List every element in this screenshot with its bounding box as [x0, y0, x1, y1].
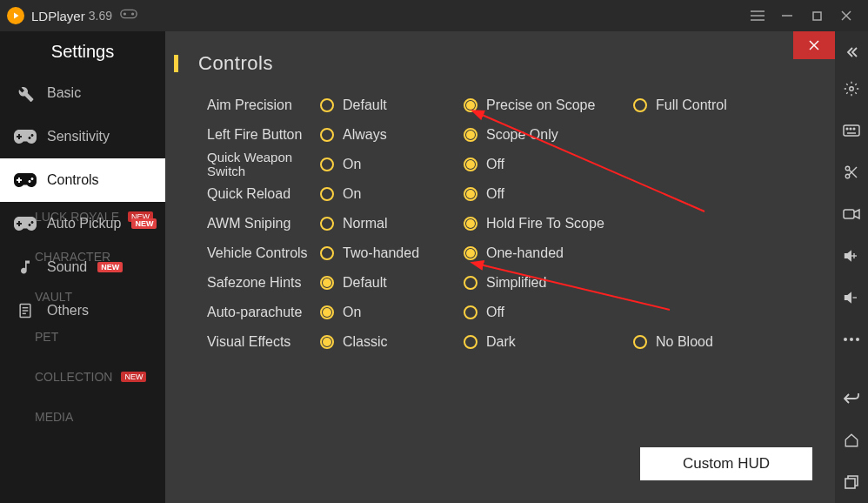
radio-icon — [320, 187, 334, 201]
titlebar: LDPlayer 3.69 — [0, 0, 868, 31]
accent-bar-icon — [174, 55, 178, 72]
radio-label: Simplified — [486, 275, 546, 291]
option-label: Aim Precision — [207, 97, 320, 113]
option-label: Visual Effects — [207, 334, 320, 350]
radio-option[interactable]: Two-handed — [320, 245, 464, 261]
radio-option[interactable]: On — [320, 305, 464, 320]
svg-point-2 — [132, 13, 134, 15]
radio-icon — [464, 335, 477, 349]
app-name: LDPlayer — [31, 9, 85, 23]
option-label: Safezone Hints — [207, 275, 320, 291]
sidebar-item-label: Sensitivity — [47, 129, 110, 144]
radio-option[interactable]: No Blood — [633, 334, 764, 350]
radio-option[interactable]: Off — [464, 186, 633, 202]
more-button[interactable] — [835, 319, 868, 360]
radio-option[interactable]: Hold Fire To Scope — [464, 216, 633, 231]
radio-option[interactable]: Simplified — [464, 275, 633, 291]
radio-icon — [320, 98, 334, 112]
radio-group: ClassicDarkNo Blood — [320, 334, 800, 350]
back-button[interactable] — [835, 378, 868, 419]
sidebar-item-sensitivity[interactable]: Sensitivity — [0, 115, 165, 158]
radio-icon — [320, 276, 334, 290]
option-label: Quick Weapon Switch — [207, 151, 320, 179]
svg-point-22 — [853, 128, 855, 130]
sidebar-item-basic[interactable]: Basic — [0, 71, 165, 115]
radio-group: DefaultSimplified — [320, 275, 800, 291]
bg-item: COLLECTIONNEW — [0, 357, 165, 397]
radio-option[interactable]: Always — [320, 127, 464, 143]
gamepad-icon — [14, 171, 37, 189]
option-label: AWM Sniping — [207, 216, 320, 231]
custom-hud-button[interactable]: Custom HUD — [640, 447, 812, 480]
radio-label: No Blood — [656, 334, 713, 350]
radio-label: Off — [486, 186, 504, 202]
section-title: Controls — [165, 31, 835, 91]
radio-label: Normal — [343, 216, 388, 231]
gamepad-icon — [119, 8, 138, 23]
radio-label: Scope Only — [486, 127, 558, 143]
radio-option[interactable]: Classic — [320, 334, 464, 350]
option-row: AWM SnipingNormalHold Fire To Scope — [207, 209, 800, 238]
radio-icon — [633, 98, 647, 112]
radio-option[interactable]: On — [320, 186, 464, 202]
gamepad-icon — [14, 215, 37, 232]
svg-point-33 — [850, 338, 853, 341]
gamepad-icon — [14, 128, 37, 145]
app-version: 3.69 — [89, 9, 112, 23]
keyboard-button[interactable] — [835, 110, 868, 151]
svg-point-20 — [846, 128, 848, 130]
radio-option[interactable]: Scope Only — [464, 127, 633, 143]
options-list: Aim PrecisionDefaultPrecise on ScopeFull… — [165, 91, 835, 357]
sidebar-item-label: Controls — [47, 172, 99, 188]
radio-group: OnOff — [320, 305, 800, 320]
radio-group: OnOff — [320, 186, 800, 202]
radio-label: On — [343, 157, 361, 172]
minimize-button[interactable] — [772, 0, 802, 31]
radio-label: On — [343, 186, 361, 202]
radio-option[interactable]: One-handed — [464, 245, 633, 261]
scissors-button[interactable] — [835, 151, 868, 193]
new-badge: NEW — [131, 218, 157, 229]
record-button[interactable] — [835, 193, 868, 235]
radio-icon — [320, 128, 334, 142]
radio-label: On — [343, 305, 361, 320]
radio-option[interactable]: Default — [320, 97, 464, 113]
option-label: Left Fire Button — [207, 127, 320, 143]
sidebar-item-auto-pickup[interactable]: Auto PickupNEW — [0, 202, 165, 245]
svg-rect-7 — [813, 12, 821, 20]
maximize-button[interactable] — [802, 0, 831, 31]
sidebar-item-sound[interactable]: SoundNEW — [0, 245, 165, 289]
radio-option[interactable]: Dark — [464, 334, 633, 350]
volume-down-button[interactable] — [835, 277, 868, 319]
recent-apps-button[interactable] — [835, 461, 868, 503]
radio-icon — [633, 335, 647, 349]
close-settings-button[interactable] — [793, 31, 835, 59]
home-button[interactable] — [835, 419, 868, 461]
radio-option[interactable]: Off — [464, 157, 633, 172]
radio-icon — [320, 246, 334, 260]
radio-option[interactable]: On — [320, 157, 464, 172]
option-label: Auto-parachute — [207, 305, 320, 320]
sidebar-item-controls[interactable]: Controls — [0, 158, 165, 202]
radio-option[interactable]: Normal — [320, 216, 464, 231]
radio-label: Off — [486, 305, 504, 320]
option-label: Vehicle Controls — [207, 245, 320, 261]
menu-button[interactable] — [743, 0, 772, 31]
radio-label: Classic — [343, 334, 388, 350]
radio-option[interactable]: Off — [464, 305, 633, 320]
close-window-button[interactable] — [831, 0, 861, 31]
radio-group: OnOff — [320, 157, 800, 172]
svg-rect-0 — [121, 10, 137, 17]
settings-gear-button[interactable] — [835, 68, 868, 110]
radio-label: Two-handed — [343, 245, 419, 261]
section-title-text: Controls — [198, 52, 273, 75]
radio-option[interactable]: Default — [320, 275, 464, 291]
radio-icon — [464, 128, 477, 142]
radio-option[interactable]: Precise on Scope — [464, 97, 633, 113]
radio-icon — [464, 246, 477, 260]
collapse-toolbar-button[interactable] — [835, 37, 868, 68]
radio-icon — [464, 217, 477, 231]
volume-up-button[interactable] — [835, 235, 868, 277]
sidebar-item-others[interactable]: Others — [0, 289, 165, 332]
radio-option[interactable]: Full Control — [633, 97, 764, 113]
